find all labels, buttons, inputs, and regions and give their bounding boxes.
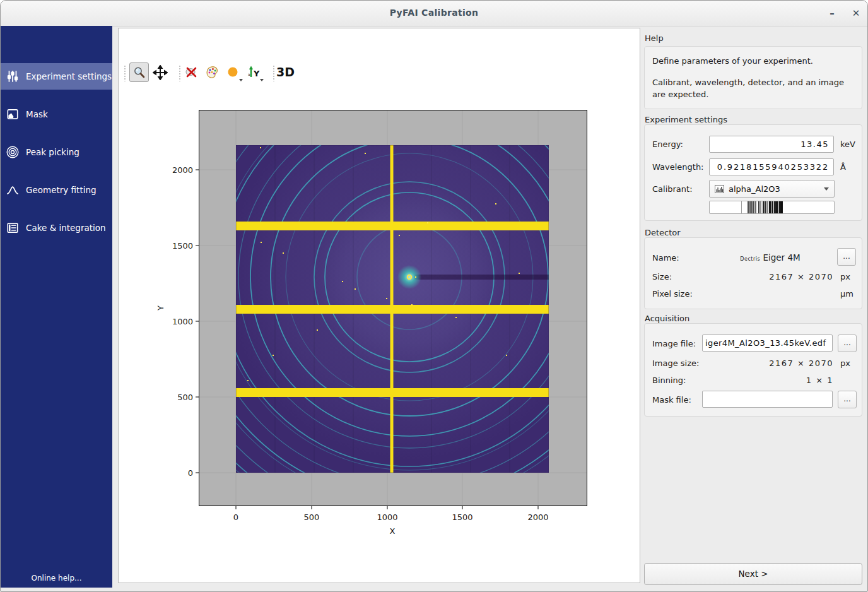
calibrant-select[interactable]: alpha_Al2O3 [709,180,835,198]
binning-value: 1 × 1 [707,376,833,385]
pan-tool-button[interactable] [150,62,170,82]
calibrant-ring-line [758,201,760,213]
sidebar-item-label: Mask [26,109,48,119]
calibrant-label: Calibrant: [652,184,693,194]
tick-label: 0 [233,512,238,522]
tick-label: 500 [177,393,193,402]
plot-panel: a Y 3D 05001000150020000500100015002000X… [118,28,640,583]
svg-text:Y: Y [253,69,260,78]
tick-label: 1000 [172,317,193,326]
detector-model: Eiger 4M [763,252,800,263]
calibrant-ring-line [741,201,742,213]
3d-view-button[interactable]: 3D [276,65,295,79]
tick-label: 1000 [377,512,397,522]
detector-image-plot[interactable]: 05001000150020000500100015002000XY [199,110,587,506]
detector-gap-bar [390,145,394,473]
sidebar-item-geometry-fitting[interactable]: Geometry fitting [1,177,112,203]
marker-color-button[interactable] [223,62,243,82]
sidebar-item-mask[interactable]: Mask [1,101,112,127]
calibrant-ring-line [760,201,761,213]
tick-label: 1500 [452,512,472,522]
calibrant-ring-line [776,201,778,213]
minimize-button[interactable]: – [824,6,840,20]
detector-size-value: 2167 × 2070 [707,272,833,281]
orange-circle-icon [226,65,241,80]
wavelength-input[interactable] [709,158,834,175]
colormap-button[interactable] [202,62,222,82]
image-size-unit: px [840,358,850,368]
energy-unit: keV [840,139,855,149]
help-line-1: Define parameters of your experiment. [652,56,854,68]
tick-label: 1500 [172,241,193,251]
calibrant-ring-line [763,201,765,213]
calibrant-histogram-icon [715,185,724,193]
calibrant-ring-line [774,201,776,213]
calibrant-ring-line [767,201,768,213]
window-title: PyFAI Calibration [1,8,867,18]
svg-text:a: a [248,72,250,76]
tick-label: 500 [304,512,320,522]
calibrant-ring-line [765,201,766,213]
y-axis-icon: a Y [246,64,262,81]
acquisition-section-label: Acquisition [645,314,771,323]
cake-icon [6,221,20,235]
online-help-link[interactable]: Online help... [1,574,112,583]
sidebar-item-label: Peak picking [26,147,79,157]
dropdown-caret [239,79,243,81]
mask-icon [6,107,20,121]
image-size-value: 2167 × 2070 [707,358,833,368]
sidebar-item-peak-picking[interactable]: Peak picking [1,139,112,165]
toolbar-handle[interactable] [273,65,276,81]
detector-size-unit: px [840,272,850,281]
app-window: PyFAI Calibration – ✕ Experiment setting… [0,0,868,592]
energy-label: Energy: [652,139,683,149]
sidebar-item-experiment-settings[interactable]: Experiment settings [1,63,112,90]
title-bar: PyFAI Calibration – ✕ [1,1,867,27]
mask-file-input[interactable] [702,391,833,408]
detector-browse-button[interactable]: ... [837,248,856,266]
detector-section-label: Detector [645,228,771,237]
sidebar-item-cake-integration[interactable]: Cake & integration [1,215,112,241]
binning-label: Binning: [652,376,686,385]
calibrant-ring-line [755,201,756,213]
calibrant-ring-line [753,201,754,213]
remove-marker-button[interactable] [182,62,201,82]
palette-icon [204,64,220,80]
tick-label: 0 [188,468,193,478]
wavelength-unit: Å [840,162,846,172]
image-size-label: Image size: [652,358,699,368]
y-axis-orientation-button[interactable]: a Y [244,62,264,82]
chevron-down-icon [824,187,829,191]
remove-cross-icon [184,65,199,80]
image-file-input[interactable] [702,334,833,352]
toolbar-handle[interactable] [124,65,127,81]
sidebar: Experiment settings Mask Peak picking [1,26,112,588]
sidebar-item-label: Geometry fitting [26,185,97,195]
sidebar-item-label: Cake & integration [26,223,106,233]
help-box: Define parameters of your experiment. Ca… [644,46,862,109]
dropdown-caret [260,79,264,81]
detector-name-value: Dectris Eiger 4M [707,252,833,263]
help-line-2: Calibrant, wavelength, detector, and an … [652,77,854,101]
sliders-icon [6,69,20,83]
next-button[interactable]: Next > [644,563,862,585]
y-axis-label: Y [156,305,165,311]
pixel-size-label: Pixel size: [652,289,693,299]
x-axis-label: X [390,526,396,536]
calibrant-ring-line [748,201,749,213]
peak-curve-icon [6,183,20,197]
close-button[interactable]: ✕ [848,6,864,20]
calibrant-ring-line [781,201,783,213]
calibrant-ring-line [751,201,753,213]
image-file-label: Image file: [652,339,696,348]
image-file-browse-button[interactable]: ... [838,334,857,352]
calibrant-ring-line [749,201,751,213]
energy-input[interactable] [709,136,834,153]
mask-file-browse-button[interactable]: ... [838,391,857,408]
magnifier-icon [132,66,146,80]
pan-arrows-icon [153,65,168,80]
beam-center-glow [397,265,421,289]
zoom-tool-button[interactable] [129,62,149,82]
calibrant-ring-line [769,201,771,213]
calibrant-value: alpha_Al2O3 [729,184,780,194]
